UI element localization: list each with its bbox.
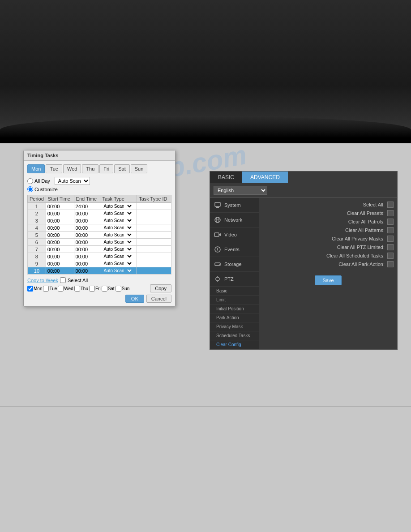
col-period: Period <box>28 195 46 203</box>
task-type-cell: Auto Scan <box>100 267 137 275</box>
cb-tue[interactable]: Tue <box>43 286 57 292</box>
start-time-input[interactable] <box>47 254 64 259</box>
tab-tue[interactable]: Tue <box>46 164 62 173</box>
advanced-option-checkbox[interactable] <box>387 202 394 208</box>
start-time-input[interactable] <box>47 204 64 209</box>
cb-wed[interactable]: Wed <box>58 286 73 292</box>
task-type-select[interactable]: Auto Scan <box>102 203 133 209</box>
tab-basic[interactable]: BASIC <box>210 172 242 183</box>
advanced-option-checkbox[interactable] <box>387 253 394 259</box>
end-time-input[interactable] <box>76 247 93 252</box>
ptz-sub-privacy-mask[interactable]: Privacy Mask <box>210 322 259 331</box>
cb-sat[interactable]: Sat <box>102 286 115 292</box>
end-time-input[interactable] <box>76 225 93 231</box>
advanced-option-checkbox[interactable] <box>387 236 394 242</box>
timing-tasks-dialog: Timing Tasks Mon Tue Wed Thu Fri Sat Sun… <box>23 150 176 307</box>
task-type-select[interactable]: Auto Scan <box>102 239 133 245</box>
task-type-select[interactable]: Auto Scan <box>102 225 133 231</box>
tab-sat[interactable]: Sat <box>114 164 130 173</box>
advanced-option-label: Clear All Patterns: <box>263 227 385 233</box>
task-type-cell: Auto Scan <box>100 203 137 210</box>
task-type-id-cell <box>137 253 171 260</box>
start-time-input[interactable] <box>47 261 64 266</box>
start-time-input[interactable] <box>47 218 64 223</box>
task-type-id-cell <box>137 260 171 267</box>
ptz-sub-initial-position[interactable]: Initial Position <box>210 305 259 313</box>
language-select[interactable]: English <box>214 186 267 195</box>
cb-mon[interactable]: Mon <box>27 286 42 292</box>
end-time-input[interactable] <box>76 218 93 223</box>
ok-button[interactable]: OK <box>125 295 144 303</box>
allday-option[interactable]: All Day <box>27 178 50 184</box>
ptz-sub-limit[interactable]: Limit <box>210 296 259 305</box>
tab-advanced[interactable]: ADVANCED <box>242 172 288 183</box>
sidebar-item-system[interactable]: System <box>210 198 259 213</box>
task-type-select[interactable]: Auto Scan <box>102 232 133 238</box>
end-time-input[interactable] <box>76 211 93 216</box>
cancel-button[interactable]: Cancel <box>146 295 171 303</box>
advanced-option-checkbox[interactable] <box>387 261 394 267</box>
start-time-input[interactable] <box>47 232 64 238</box>
panel-layout: System Network <box>210 198 397 349</box>
panel-content: Select All: Clear All Presets: Clear All… <box>259 198 397 349</box>
ptz-sub-basic[interactable]: Basic <box>210 287 259 296</box>
task-type-id-cell <box>137 246 171 253</box>
start-time-cell <box>46 203 74 210</box>
advanced-option-checkbox[interactable] <box>387 227 394 233</box>
task-type-select[interactable]: Auto Scan <box>102 253 133 259</box>
end-time-input[interactable] <box>76 261 93 266</box>
start-time-input[interactable] <box>47 268 64 274</box>
global-task-type-select[interactable]: Auto Scan <box>55 177 90 185</box>
cb-thu[interactable]: Thu <box>74 286 88 292</box>
end-time-input[interactable] <box>76 254 93 259</box>
start-time-input[interactable] <box>47 247 64 252</box>
task-type-cell: Auto Scan <box>100 260 137 267</box>
ptz-sub-clear-config[interactable]: Clear Config <box>210 340 259 349</box>
tab-fri[interactable]: Fri <box>99 164 113 173</box>
end-time-input[interactable] <box>76 204 93 209</box>
task-type-select[interactable]: Auto Scan <box>102 268 133 274</box>
cb-sun[interactable]: Sun <box>116 286 130 292</box>
tab-sun[interactable]: Sun <box>131 164 148 173</box>
table-row: 3 Auto Scan <box>28 217 171 224</box>
task-type-select[interactable]: Auto Scan <box>102 218 133 223</box>
tab-thu[interactable]: Thu <box>82 164 98 173</box>
task-type-select[interactable]: Auto Scan <box>102 246 133 252</box>
sidebar-item-network[interactable]: Network <box>210 213 259 227</box>
mode-row: All Day Auto Scan <box>27 177 171 185</box>
sidebar-item-video[interactable]: Video <box>210 227 259 242</box>
cb-fri[interactable]: Fri <box>89 286 101 292</box>
advanced-option-checkbox[interactable] <box>387 244 394 250</box>
period-cell: 1 <box>28 203 46 210</box>
start-time-input[interactable] <box>47 240 64 245</box>
task-type-select[interactable]: Auto Scan <box>102 210 133 216</box>
period-cell: 6 <box>28 239 46 246</box>
sidebar-item-events[interactable]: Events <box>210 242 259 257</box>
advanced-option-checkbox[interactable] <box>387 210 394 216</box>
end-time-input[interactable] <box>76 240 93 245</box>
sidebar-item-storage[interactable]: Storage <box>210 257 259 272</box>
ptz-sub-park-action[interactable]: Park Action <box>210 313 259 322</box>
select-all-checkbox[interactable] <box>60 277 66 283</box>
ptz-sub-scheduled-tasks[interactable]: Scheduled Tasks <box>210 331 259 340</box>
start-time-input[interactable] <box>47 211 64 216</box>
save-button[interactable]: Save <box>315 275 341 285</box>
sidebar-item-ptz[interactable]: PTZ <box>210 272 259 287</box>
start-time-input[interactable] <box>47 225 64 231</box>
col-tasktype: Task Type <box>100 195 137 203</box>
advanced-option-checkbox[interactable] <box>387 219 394 225</box>
storage-icon <box>214 260 222 268</box>
copy-to-week-link[interactable]: Copy to Week <box>27 278 58 283</box>
svg-rect-0 <box>215 202 220 206</box>
task-type-id-cell <box>137 210 171 217</box>
network-icon <box>214 216 222 224</box>
end-time-input[interactable] <box>76 232 93 238</box>
end-time-input[interactable] <box>76 268 93 274</box>
bottom-divider <box>0 406 411 407</box>
task-type-select[interactable]: Auto Scan <box>102 261 133 266</box>
language-row: English <box>210 183 397 198</box>
tab-mon[interactable]: Mon <box>27 164 45 173</box>
tab-wed[interactable]: Wed <box>63 164 81 173</box>
customize-option[interactable]: Customize <box>27 186 58 192</box>
copy-button[interactable]: Copy <box>150 284 171 292</box>
